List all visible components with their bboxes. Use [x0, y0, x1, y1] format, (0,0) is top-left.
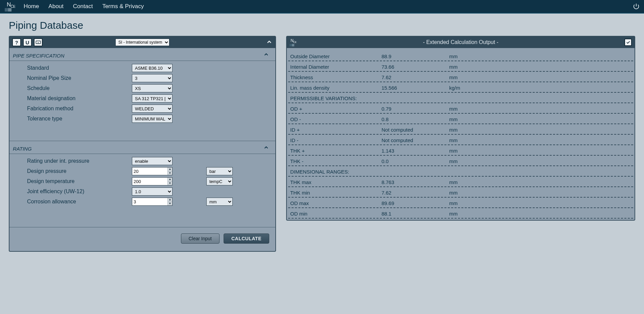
collapse-pipe-spec-icon[interactable] — [263, 51, 269, 59]
collapse-rating-icon[interactable] — [263, 144, 269, 152]
collapse-panel-icon[interactable] — [266, 39, 273, 46]
output-row: Lin. mass density15.566kg/m — [288, 82, 633, 93]
unit-button[interactable]: U — [23, 38, 32, 46]
design-temp-unit-select[interactable]: tempC — [206, 177, 233, 185]
material-select[interactable]: SA 312 TP321 [G5] — [132, 94, 172, 103]
output-label: THK - — [290, 158, 382, 164]
corrosion-label: Corrosion allowance — [27, 199, 132, 205]
output-value: 7.62 — [382, 190, 449, 196]
output-label: THK + — [290, 148, 382, 154]
design-temp-input[interactable] — [132, 177, 172, 185]
tolerance-label: Tolerance type — [27, 116, 132, 122]
output-row: OD +0.79mm — [288, 103, 633, 114]
output-value: 15.566 — [382, 85, 449, 91]
nav-about[interactable]: About — [48, 3, 63, 10]
output-unit: mm — [449, 211, 631, 217]
output-row: Thickness7.62mm — [288, 72, 633, 82]
output-value: 88.1 — [382, 211, 449, 217]
output-panel: NCE - Extended Calculation Output - Outs… — [286, 36, 635, 221]
output-value: 8.763 — [382, 179, 449, 185]
intpressure-label: Rating under int. pressure — [27, 158, 132, 164]
design-pressure-input[interactable] — [132, 167, 172, 175]
output-value: 0.79 — [382, 106, 449, 112]
nps-select[interactable]: 3 — [132, 74, 172, 82]
section-rating-body: Rating under int. pressure enable Design… — [9, 154, 275, 227]
output-value: 0.0 — [382, 158, 449, 164]
fabrication-label: Fabrication method — [27, 106, 132, 112]
output-row: OD min88.1mm — [288, 208, 633, 219]
help-button[interactable]: ? — [12, 38, 21, 46]
schedule-select[interactable]: XS — [132, 84, 172, 92]
nav-terms[interactable]: Terms & Privacy — [102, 3, 144, 10]
output-check-button[interactable] — [624, 39, 632, 46]
output-unit: mm — [449, 200, 631, 206]
page-title: Piping Database — [9, 20, 635, 31]
output-row: THK +1.143mm — [288, 145, 633, 156]
output-value: 7.62 — [382, 74, 449, 80]
section-pipe-spec-title: PIPE SPECIFICATION — [9, 48, 275, 61]
output-section-header: PERMISSIBLE VARIATIONS: — [288, 93, 633, 103]
output-label: Internal Diameter — [290, 64, 382, 70]
svg-rect-0 — [36, 41, 40, 44]
output-value: 88.9 — [382, 53, 449, 59]
output-label: Thickness — [290, 74, 382, 80]
output-label: THK max — [290, 179, 382, 185]
output-row: THK max8.763mm — [288, 177, 633, 187]
intpressure-select[interactable]: enable — [132, 157, 172, 165]
calculate-button[interactable]: CALCULATE — [224, 233, 269, 244]
output-unit: mm — [449, 190, 631, 196]
output-value: 0.8 — [382, 116, 449, 122]
output-unit: mm — [449, 106, 631, 112]
design-pressure-unit-select[interactable]: bar — [206, 167, 233, 175]
output-row: ID -Not computedmm — [288, 135, 633, 145]
fabrication-select[interactable]: WELDED — [132, 105, 172, 113]
output-row: Internal Diameter73.66mm — [288, 61, 633, 72]
keyboard-button[interactable] — [34, 38, 43, 46]
nps-label: Nominal Pipe Size — [27, 75, 132, 81]
output-row: OD max89.69mm — [288, 198, 633, 208]
output-label: Lin. mass density — [290, 85, 382, 91]
power-icon[interactable] — [632, 3, 640, 10]
output-unit: mm — [449, 137, 631, 143]
output-label: OD + — [290, 106, 382, 112]
output-title: - Extended Calculation Output - — [423, 39, 498, 45]
output-unit: mm — [449, 127, 631, 133]
joint-eff-label: Joint efficiency (UW-12) — [27, 188, 132, 195]
output-unit: mm — [449, 116, 631, 122]
design-temp-label: Design temperature — [27, 178, 132, 184]
output-row: ID +Not computedmm — [288, 124, 633, 135]
output-unit: mm — [449, 64, 631, 70]
corrosion-input[interactable] — [132, 198, 172, 206]
output-label: Outside Diameter — [290, 53, 382, 59]
output-label: OD min — [290, 211, 382, 217]
spinner-arrows-icon[interactable]: ▲▼ — [167, 198, 172, 205]
spinner-arrows-icon[interactable]: ▲▼ — [167, 178, 172, 185]
standard-select[interactable]: ASME B36.10 — [132, 64, 172, 72]
input-panel: ? U SI - International system PIPE SPECI… — [9, 36, 276, 252]
output-unit: mm — [449, 158, 631, 164]
output-label: OD max — [290, 200, 382, 206]
output-row: OD -0.8mm — [288, 114, 633, 124]
output-row: THK min7.62mm — [288, 187, 633, 198]
design-pressure-label: Design pressure — [27, 168, 132, 174]
output-unit: mm — [449, 74, 631, 80]
output-unit: kg/m — [449, 85, 631, 91]
mini-logo: NCE — [290, 38, 298, 46]
tolerance-select[interactable]: MINIMUM WALL — [132, 115, 172, 123]
unit-system-select[interactable]: SI - International system — [115, 39, 169, 46]
spinner-arrows-icon[interactable]: ▲▼ — [167, 167, 172, 175]
nav-home[interactable]: Home — [24, 3, 39, 10]
output-section-header: DIMENSIONAL RANGES: — [288, 166, 633, 177]
clear-input-button[interactable]: Clear Input — [181, 233, 220, 244]
output-label: THK min — [290, 190, 382, 196]
output-label: ID + — [290, 127, 382, 133]
output-label: ID - — [290, 137, 382, 143]
output-row: THK -0.0mm — [288, 156, 633, 166]
corrosion-unit-select[interactable]: mm — [206, 198, 233, 206]
section-pipe-spec-body: Standard ASME B36.10 Nominal Pipe Size 3… — [9, 61, 275, 141]
nav-contact[interactable]: Contact — [73, 3, 93, 10]
site-logo: NCE — [4, 1, 17, 12]
output-unit: mm — [449, 148, 631, 154]
standard-label: Standard — [27, 65, 132, 71]
joint-eff-select[interactable]: 1.0 — [132, 187, 172, 196]
